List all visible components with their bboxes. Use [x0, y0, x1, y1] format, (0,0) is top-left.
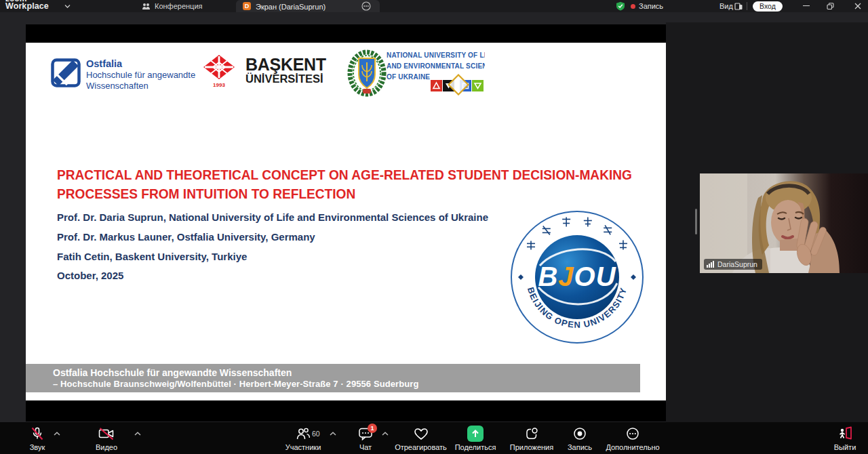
close-button[interactable] [854, 2, 862, 10]
leave-meeting-icon [837, 426, 853, 441]
camera-muted-icon [98, 427, 115, 440]
video-button[interactable]: Видео [86, 426, 127, 451]
nules-diamond-icon [448, 74, 469, 96]
tab-conference[interactable]: Конференция [155, 2, 202, 10]
view-label[interactable]: Вид [719, 2, 733, 10]
ostfalia-logo-icon [51, 58, 81, 87]
participants-button[interactable]: Участники [273, 426, 334, 451]
apps-icon [524, 426, 539, 441]
participant-video-tile[interactable]: DariaSuprun [700, 173, 868, 273]
panel-scrollbar[interactable] [695, 209, 697, 234]
titlebar-separator [747, 2, 747, 10]
audio-level-icon [707, 261, 715, 268]
baskent-logo-icon [203, 54, 235, 80]
participant-video-image [700, 173, 868, 273]
bjou-acronym: BJOU [538, 262, 616, 291]
baskent-year: 1993 [203, 82, 235, 88]
chat-unread-badge: 1 [368, 424, 377, 433]
people-group-icon [142, 2, 151, 10]
slide-title: PRACTICAL AND THEORETICAL CONCEPT ON AGE… [57, 166, 632, 203]
more-button[interactable]: Дополнительно [595, 426, 670, 451]
slide-footer-line2: – Hochschule Braunschweig/Wolfenbüttel ·… [53, 379, 419, 389]
baskent-subtitle: ÜNİVERSİTESİ [245, 73, 323, 85]
nules-badge-red [431, 80, 442, 91]
security-shield-icon[interactable] [616, 1, 625, 11]
chat-options-caret[interactable] [382, 432, 389, 436]
window-titlebar: zoom Workplace Конференция D Экран (Dari… [0, 0, 868, 12]
baskent-name: BAŞKENT [245, 55, 326, 75]
meeting-toolbar: Звук Видео Участники 60 Чат 1 Отреагиров… [0, 422, 868, 454]
slide-footer-bar: Ostfalia Hochschule für angewandte Wisse… [26, 364, 640, 392]
microphone-muted-icon [30, 426, 45, 441]
bjou-logo: BJOU BEIJING OPEN UNIVERSITY [509, 209, 646, 346]
participants-count: 60 [312, 430, 320, 438]
recording-label: Запись [639, 2, 663, 10]
screen-share-badge: D [243, 2, 251, 10]
slide-authors: Prof. Dr. Daria Suprun, National Univers… [57, 211, 488, 289]
restore-button[interactable] [827, 3, 834, 10]
share-button[interactable]: Поделиться [452, 426, 499, 451]
record-icon [572, 426, 587, 441]
react-button[interactable]: Отреагировать [389, 426, 453, 451]
workplace-logo-word: Workplace [5, 1, 49, 11]
video-options-caret[interactable] [134, 432, 141, 436]
ostfalia-name: Ostfalia [86, 58, 122, 69]
recording-dot [631, 4, 635, 9]
audio-button[interactable]: Звук [17, 426, 58, 451]
minimize-button[interactable] [803, 5, 810, 6]
zoom-workplace-window: { "topbar": { "logo_top": "zoom", "logo_… [0, 0, 868, 454]
ostfalia-subtitle-1: Hochschule für angewandte [86, 70, 195, 80]
heart-icon [413, 426, 429, 441]
chat-button[interactable]: Чат [349, 426, 382, 451]
tab-screen-share[interactable]: D Экран (DariaSuprun) [236, 0, 380, 12]
participant-name-badge: DariaSuprun [704, 259, 762, 270]
ostfalia-subtitle-2: Wissenschaften [86, 81, 149, 91]
participants-options-caret[interactable] [330, 432, 336, 436]
shared-screen-region: Ostfalia Hochschule für angewandte Wisse… [26, 24, 666, 421]
slide-footer-line1: Ostfalia Hochschule für angewandte Wisse… [53, 367, 292, 378]
nules-emblem-icon [347, 49, 387, 98]
apps-button[interactable]: Приложения [505, 426, 559, 451]
nules-badge-green [472, 80, 484, 91]
signin-button[interactable]: Вход [753, 1, 783, 12]
share-screen-icon [467, 426, 484, 442]
leave-button[interactable]: Выйти [825, 426, 865, 451]
audio-options-caret[interactable] [54, 432, 60, 436]
view-layout-icon[interactable] [734, 3, 743, 10]
record-button[interactable]: Запись [559, 426, 600, 451]
participants-icon [295, 426, 311, 441]
chevron-down-icon[interactable] [64, 4, 71, 8]
tab-options-icon[interactable] [361, 1, 371, 11]
presentation-slide: Ostfalia Hochschule für angewandte Wisse… [26, 43, 666, 400]
more-ellipsis-icon [625, 426, 640, 441]
